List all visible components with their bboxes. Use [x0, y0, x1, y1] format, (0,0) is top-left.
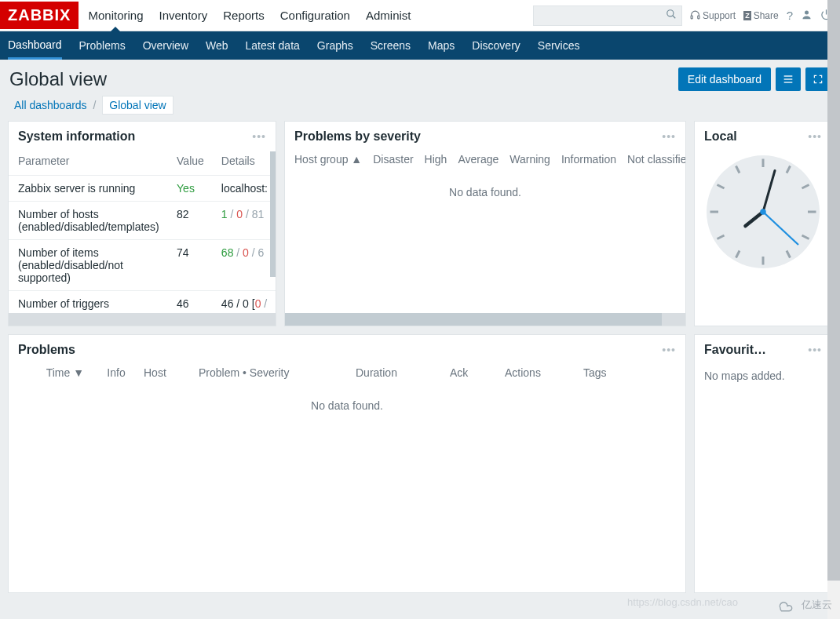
list-button[interactable]: [776, 67, 801, 91]
crumb-sep: /: [90, 99, 100, 111]
topnav-reports[interactable]: Reports: [223, 0, 265, 31]
subnav: Dashboard Problems Overview Web Latest d…: [0, 31, 840, 60]
pbsev-menu-icon[interactable]: •••: [662, 130, 676, 143]
svg-rect-3: [698, 16, 699, 19]
sysinfo-title: System information: [18, 129, 135, 144]
crumb-all-dashboards[interactable]: All dashboards: [14, 99, 87, 111]
search-input[interactable]: [533, 5, 682, 26]
share-link[interactable]: Z Share: [743, 10, 779, 21]
subnav-problems[interactable]: Problems: [79, 31, 126, 60]
topnav-administration[interactable]: Administ: [366, 0, 411, 31]
svg-point-0: [667, 10, 674, 16]
pbsev-col-high: High: [425, 153, 447, 166]
subnav-web[interactable]: Web: [206, 31, 228, 60]
details-cell: 1 / 0 / 81: [212, 202, 276, 240]
widget-local-clock: Local •••: [694, 121, 832, 326]
dashboard-grid: System information ••• Parameter Value D…: [0, 121, 840, 326]
sysinfo-h-value: Value: [167, 150, 212, 176]
local-menu-icon[interactable]: •••: [808, 130, 822, 143]
page-scrollbar-thumb[interactable]: [827, 0, 840, 581]
sysinfo-h-details: Details: [212, 150, 276, 176]
sysinfo-table: Parameter Value Details Zabbix server is…: [9, 150, 276, 316]
param-cell: Number of items (enabled/disabled/not su…: [9, 240, 167, 291]
breadcrumb: All dashboards / Global view: [0, 94, 840, 121]
table-row: Zabbix server is runningYeslocalhost:: [9, 176, 276, 202]
subnav-dashboard[interactable]: Dashboard: [8, 31, 62, 60]
svg-point-4: [805, 10, 809, 14]
param-cell: Zabbix server is running: [9, 176, 167, 202]
topnav: Monitoring Inventory Reports Configurati…: [88, 0, 411, 31]
pbsev-col-disaster: Disaster: [373, 153, 413, 166]
sysinfo-menu-icon[interactable]: •••: [252, 130, 266, 143]
pbsev-col-notclassified: Not classifie: [627, 153, 685, 166]
sysinfo-hscroll-track[interactable]: [9, 313, 276, 326]
pbsev-col-information: Information: [561, 153, 616, 166]
support-link[interactable]: Support: [690, 10, 736, 21]
pbsev-col-average: Average: [458, 153, 499, 166]
pcol-ack: Ack: [450, 366, 505, 379]
z-icon: Z: [743, 11, 751, 20]
topbar-tools: Support Z Share ?: [533, 5, 832, 26]
sysinfo-scrollbar[interactable]: [270, 151, 276, 277]
pbsev-col-warning: Warning: [509, 153, 550, 166]
subnav-overview[interactable]: Overview: [143, 31, 188, 60]
problems-title: Problems: [18, 343, 75, 357]
topbar: ZABBIX Monitoring Inventory Reports Conf…: [0, 0, 840, 31]
svg-rect-2: [691, 16, 692, 19]
user-icon[interactable]: [801, 9, 813, 23]
pcol-time[interactable]: Time ▼: [18, 366, 89, 379]
widget-favourites: Favourit… ••• No maps added.: [694, 334, 832, 593]
value-cell: Yes: [167, 176, 212, 202]
topnav-monitoring[interactable]: Monitoring: [88, 0, 143, 31]
widget-problems: Problems ••• Time ▼ Info Host Problem • …: [8, 334, 686, 593]
pcol-info: Info: [89, 366, 144, 379]
pbsev-hscroll-thumb[interactable]: [285, 313, 662, 326]
subnav-screens[interactable]: Screens: [371, 31, 411, 60]
clock-icon: [704, 153, 822, 271]
details-cell: 68 / 0 / 6: [212, 240, 276, 291]
topnav-configuration[interactable]: Configuration: [280, 0, 350, 31]
pbsev-col-hostgroup[interactable]: Host group ▲: [294, 153, 362, 166]
logo[interactable]: ZABBIX: [0, 2, 79, 29]
pcol-host: Host: [144, 366, 199, 379]
pcol-problem-severity: Problem • Severity: [199, 366, 356, 379]
edit-dashboard-button[interactable]: Edit dashboard: [678, 67, 771, 91]
watermark-url: https://blog.csdn.net/cao: [627, 596, 738, 608]
pbsev-hscroll-track[interactable]: [285, 313, 685, 326]
pbsev-header-row: Host group ▲ Disaster High Average Warni…: [285, 150, 685, 173]
clock: [695, 150, 831, 271]
subnav-latestdata[interactable]: Latest data: [246, 31, 300, 60]
help-icon[interactable]: ?: [787, 9, 793, 22]
subnav-services[interactable]: Services: [538, 31, 580, 60]
pcol-actions: Actions: [505, 366, 583, 379]
value-cell: 74: [167, 240, 212, 291]
topnav-inventory[interactable]: Inventory: [159, 0, 208, 31]
cloud-icon: [775, 597, 797, 613]
fav-menu-icon[interactable]: •••: [808, 344, 822, 356]
crumb-current[interactable]: Global view: [102, 96, 173, 115]
fav-body: No maps added.: [695, 363, 831, 388]
problems-header-row: Time ▼ Info Host Problem • Severity Dura…: [9, 363, 685, 387]
pbsev-nodata: No data found.: [285, 173, 685, 211]
subnav-discovery[interactable]: Discovery: [472, 31, 520, 60]
pcol-tags: Tags: [583, 366, 630, 379]
svg-point-25: [760, 209, 766, 215]
sysinfo-h-param: Parameter: [9, 150, 167, 176]
search-icon: [666, 9, 677, 22]
dashboard-row2: Problems ••• Time ▼ Info Host Problem • …: [0, 326, 840, 601]
problems-nodata: No data found.: [9, 387, 685, 424]
share-label: Share: [754, 10, 779, 21]
headset-icon: [690, 10, 700, 20]
local-title: Local: [704, 129, 737, 144]
details-cell: localhost:: [212, 176, 276, 202]
subnav-graphs[interactable]: Graphs: [317, 31, 353, 60]
problems-menu-icon[interactable]: •••: [662, 344, 676, 356]
sysinfo-header-row: Parameter Value Details: [9, 150, 276, 176]
svg-line-1: [673, 16, 676, 19]
page-header: Global view Edit dashboard: [0, 60, 840, 94]
pcol-duration: Duration: [356, 366, 450, 379]
page-actions: Edit dashboard: [678, 67, 831, 91]
table-row: Number of hosts (enabled/disabled/templa…: [9, 202, 276, 240]
subnav-maps[interactable]: Maps: [428, 31, 455, 60]
value-cell: 82: [167, 202, 212, 240]
